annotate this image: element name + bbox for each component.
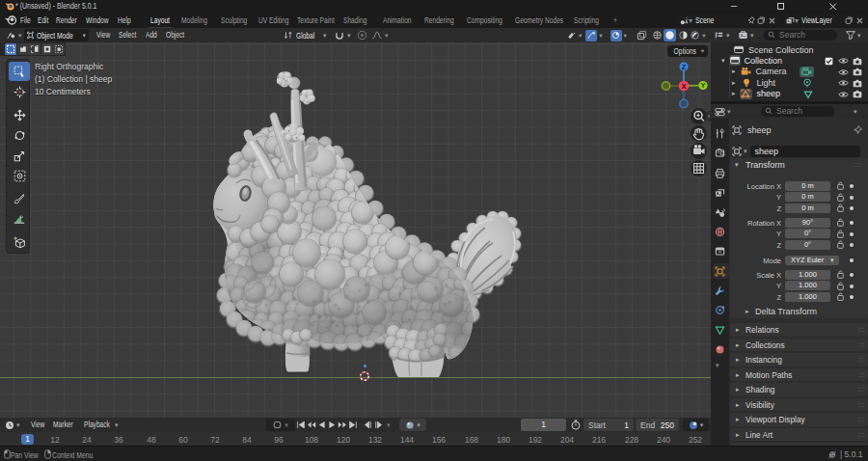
- svg-text:X: X: [681, 82, 686, 91]
- svg-text:Z: Z: [682, 63, 687, 71]
- svg-text:Y: Y: [700, 81, 705, 90]
